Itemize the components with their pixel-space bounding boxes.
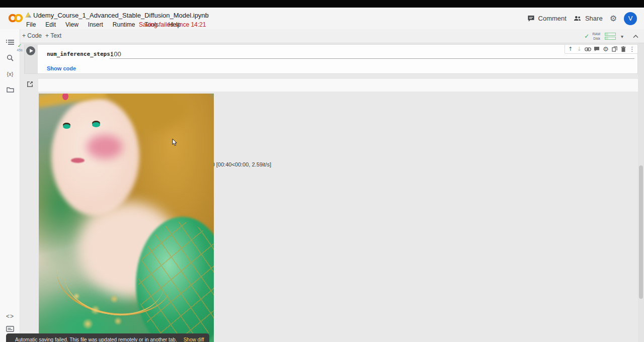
variables-glyph: {x} [7, 71, 14, 77]
disk-label: Disk [592, 36, 600, 41]
share-button[interactable]: Share [574, 15, 603, 22]
output-indicator-icon[interactable] [27, 81, 33, 87]
disk-meter [605, 37, 616, 40]
delete-cell-icon[interactable] [619, 45, 627, 53]
progress-widget: 100% 100/100 [00:40<00:00, 2.59it/s] [38, 79, 638, 92]
code-snippets-icon[interactable]: <> [0, 310, 20, 322]
menu-edit[interactable]: Edit [45, 21, 56, 28]
add-comment-icon[interactable] [593, 45, 601, 53]
image-region-right-eye [92, 122, 100, 127]
notebook-toolbar: + Code + Text ✓ RAM Disk ▾ [0, 29, 644, 43]
mirror-cell-icon[interactable] [611, 45, 618, 53]
menu-view[interactable]: View [65, 21, 78, 28]
add-code-button[interactable]: + Code [22, 32, 42, 39]
image-region-jewel-cluster [61, 280, 137, 335]
star-icon[interactable]: ☆ [203, 11, 210, 19]
execution-success-icon: ✓ [15, 43, 25, 48]
form-field-input[interactable]: 100 [110, 50, 121, 58]
share-label: Share [585, 15, 603, 22]
drive-icon [25, 12, 31, 18]
more-cell-actions-icon[interactable]: ⋮ [628, 45, 636, 53]
ram-meter [605, 33, 616, 36]
left-sidebar: {x} <> [0, 29, 20, 342]
show-diff-button[interactable]: Show diff [184, 337, 204, 342]
comment-label: Comment [538, 15, 567, 22]
resources-area: ✓ RAM Disk ▾ [584, 29, 639, 43]
mouse-cursor [172, 139, 178, 146]
people-icon [574, 16, 582, 21]
form-field-underline [110, 58, 634, 59]
header: Udemy_Course_1_Advanced_Stable_Diffusion… [0, 8, 644, 29]
saving-failed-status[interactable]: Saving failed since 14:21 [139, 21, 206, 28]
comment-button[interactable]: Comment [527, 15, 567, 22]
cell-toolbar: ↑ ↓ ⚙ ⋮ [565, 44, 638, 54]
form-field-label: num_inference_steps: [47, 51, 113, 57]
image-region-left-eye [63, 124, 70, 129]
avatar-initial: V [628, 15, 633, 22]
toast-message: Automatic saving failed. This file was u… [15, 337, 177, 342]
image-region-blush [87, 135, 123, 159]
ram-label: RAM [592, 32, 600, 36]
run-cell-button[interactable] [26, 46, 35, 55]
header-actions: Comment Share ⚙ V [527, 8, 637, 29]
comment-icon [527, 15, 535, 22]
execution-time: 45s [15, 48, 25, 52]
add-text-button[interactable]: + Text [45, 32, 61, 39]
scrollbar-thumb[interactable] [639, 165, 643, 299]
code-cell[interactable]: num_inference_steps: 100 Show code [24, 44, 638, 74]
files-icon[interactable] [0, 83, 20, 96]
move-cell-down-icon[interactable]: ↓ [576, 45, 583, 53]
snippets-glyph: <> [6, 313, 14, 320]
saving-failed-toast: Automatic saving failed. This file was u… [6, 333, 209, 342]
generated-image [39, 94, 214, 342]
window-top-strip [0, 0, 644, 8]
resource-meters[interactable] [605, 33, 616, 40]
menu-insert[interactable]: Insert [88, 21, 103, 28]
settings-gear-icon[interactable]: ⚙ [610, 14, 617, 23]
colab-logo-icon[interactable] [8, 11, 23, 26]
cell-settings-gear-icon[interactable]: ⚙ [602, 45, 609, 53]
show-code-link[interactable]: Show code [47, 65, 76, 71]
play-icon [30, 49, 33, 53]
menu-file[interactable]: File [26, 21, 36, 28]
search-icon[interactable] [0, 52, 20, 64]
resources-dropdown-caret-icon[interactable]: ▾ [621, 34, 623, 39]
variables-icon[interactable]: {x} [0, 68, 20, 80]
collapse-header-chevron-icon[interactable] [632, 34, 639, 39]
image-region-lips [71, 158, 85, 163]
notebook-title[interactable]: Udemy_Course_1_Advanced_Stable_Diffusion… [33, 12, 209, 19]
cell-execution-badge: ✓ 45s [15, 43, 25, 52]
ram-disk-labels[interactable]: RAM Disk [592, 32, 600, 41]
connected-check-icon: ✓ [584, 33, 589, 40]
user-avatar[interactable]: V [624, 12, 637, 25]
copy-link-icon[interactable] [584, 45, 592, 53]
menu-runtime[interactable]: Runtime [113, 21, 135, 28]
move-cell-up-icon[interactable]: ↑ [567, 45, 574, 53]
